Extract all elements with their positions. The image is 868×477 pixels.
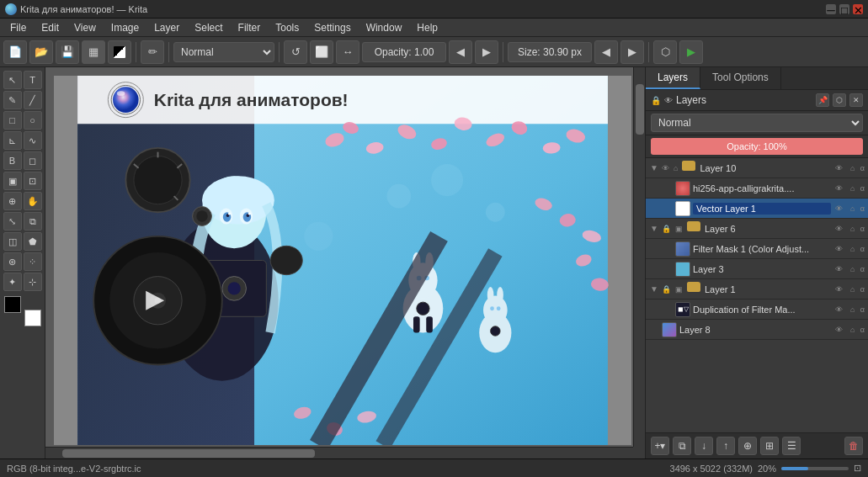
menu-file[interactable]: File xyxy=(3,20,33,35)
fill-tool-button[interactable]: ▣ xyxy=(3,172,22,190)
move-layer-down-button[interactable]: ↓ xyxy=(695,437,713,455)
tab-tool-options[interactable]: Tool Options xyxy=(700,67,781,89)
layer-vis-btn[interactable]: 👁 xyxy=(833,263,845,275)
crop-tool-button[interactable]: ⧉ xyxy=(24,212,42,231)
layer-item-filtermask1[interactable]: Filter Mask 1 (Color Adjust... 👁 ⌂ α xyxy=(646,239,868,259)
menu-help[interactable]: Help xyxy=(410,20,445,35)
menu-view[interactable]: View xyxy=(67,20,103,35)
color-button[interactable] xyxy=(108,40,131,64)
layer-vis-btn[interactable]: 👁 xyxy=(833,284,845,295)
layers-panel-close[interactable]: ✕ xyxy=(849,93,863,107)
close-button[interactable]: ✕ xyxy=(853,4,863,14)
record-start-button[interactable]: ▶ xyxy=(679,40,703,64)
stamp-button[interactable]: ⬡ xyxy=(653,40,677,64)
layer-lock-btn[interactable]: ⌂ xyxy=(847,324,859,336)
open-file-button[interactable]: 📂 xyxy=(29,40,53,64)
layer-lock-btn[interactable]: ⌂ xyxy=(847,183,859,194)
layer-lock-btn[interactable]: ⌂ xyxy=(847,243,859,255)
brush-tool-button[interactable]: B xyxy=(3,151,22,170)
layer-vis-btn[interactable]: 👁 xyxy=(833,223,845,235)
menu-select[interactable]: Select xyxy=(188,20,229,35)
paint-brush-button[interactable]: ✏ xyxy=(141,40,164,64)
smart-patch-button[interactable]: ⊛ xyxy=(3,252,22,271)
transform-button[interactable]: ⬜ xyxy=(310,40,333,64)
tab-layers[interactable]: Layers xyxy=(646,67,700,89)
move-layer-up-button[interactable]: ↑ xyxy=(716,437,735,455)
layer-vis-btn[interactable]: 👁 xyxy=(833,203,845,215)
size-field[interactable]: Size: 30.90 px xyxy=(508,42,592,62)
layer-item-layer8[interactable]: Layer 8 👁 ⌂ α xyxy=(646,320,868,340)
size-down-button[interactable]: ◀ xyxy=(594,40,618,64)
fx-tool-button[interactable]: ✦ xyxy=(3,273,22,291)
add-layer-button[interactable]: +▾ xyxy=(651,437,669,455)
delete-layer-button[interactable]: 🗑 xyxy=(844,437,863,455)
layer-item-layer6[interactable]: ▼ 🔒 ▣ Layer 6 👁 ⌂ α xyxy=(646,219,868,239)
merge-down-button[interactable]: ⊕ xyxy=(738,437,757,455)
opacity-bar[interactable]: Opacity: 100% xyxy=(651,138,863,155)
opacity-down-button[interactable]: ◀ xyxy=(449,40,472,64)
layers-panel-pin[interactable]: 📌 xyxy=(816,93,829,107)
horizontal-scroll-thumb[interactable] xyxy=(62,449,315,458)
layers-panel-float[interactable]: ⬡ xyxy=(833,93,846,107)
canvas-area[interactable]: Krita для аниматоров! xyxy=(45,67,645,458)
minimize-button[interactable]: ─ xyxy=(826,4,836,14)
transform2-tool-button[interactable]: ⤡ xyxy=(3,212,22,231)
menu-layer[interactable]: Layer xyxy=(147,20,186,35)
menu-settings[interactable]: Settings xyxy=(307,20,357,35)
layer-vis-btn[interactable]: 👁 xyxy=(833,162,845,174)
layer-vis-btn[interactable]: 👁 xyxy=(833,243,845,255)
menu-tools[interactable]: Tools xyxy=(269,20,306,35)
vertical-scrollbar[interactable] xyxy=(633,67,645,447)
size-up-button[interactable]: ▶ xyxy=(620,40,644,64)
select-tool-button[interactable]: ↖ xyxy=(3,71,22,89)
layer-lock-btn[interactable]: ⌂ xyxy=(847,284,859,295)
horizontal-scrollbar[interactable] xyxy=(45,447,633,458)
layer-lock-btn[interactable]: ⌂ xyxy=(847,304,859,315)
menu-window[interactable]: Window xyxy=(359,20,409,35)
path-tool-button[interactable]: ⊾ xyxy=(3,131,22,150)
ellipse-tool-button[interactable]: ○ xyxy=(24,111,42,130)
eraser-tool-button[interactable]: ◻ xyxy=(24,151,42,170)
layers-list[interactable]: ▼ 👁 ⌂ Layer 10 👁 ⌂ α hi256-a xyxy=(646,158,868,432)
freehand-tool-button[interactable]: ∿ xyxy=(24,131,42,150)
blend-mode-select[interactable]: Normal xyxy=(173,42,274,62)
layer-vis-btn[interactable]: 👁 xyxy=(833,183,845,194)
layer-vis-btn[interactable]: 👁 xyxy=(833,304,845,315)
copy-layer-button[interactable]: ⧉ xyxy=(673,437,691,455)
menu-filter[interactable]: Filter xyxy=(232,20,268,35)
vertical-scroll-thumb[interactable] xyxy=(636,84,644,135)
multi-brush-button[interactable]: ⁘ xyxy=(24,252,42,271)
flatten-button[interactable]: ⊞ xyxy=(760,437,779,455)
layers-blend-mode-select[interactable]: Normal xyxy=(651,114,863,132)
new-file-button[interactable]: 📄 xyxy=(3,40,27,64)
line-tool-button[interactable]: ╱ xyxy=(24,91,42,109)
menu-edit[interactable]: Edit xyxy=(35,20,66,35)
layer-item-hi256[interactable]: hi256-app-calligrakrita.... 👁 ⌂ α xyxy=(646,178,868,199)
menu-image[interactable]: Image xyxy=(104,20,146,35)
layer-item-layer1[interactable]: ▼ 🔒 ▣ Layer 1 👁 ⌂ α xyxy=(646,279,868,299)
brush-preset-button[interactable]: ▦ xyxy=(82,40,105,64)
foreground-color[interactable] xyxy=(4,296,21,313)
opacity-field[interactable]: Opacity: 1.00 xyxy=(362,42,446,62)
layer-lock-btn[interactable]: ⌂ xyxy=(847,203,859,215)
pan-tool-button[interactable]: ✋ xyxy=(24,192,42,210)
layer-item-dupfiltermask[interactable]: ◼▽ Duplication of Filter Ma... 👁 ⌂ α xyxy=(646,299,868,320)
maximize-button[interactable]: □ xyxy=(839,4,849,14)
opacity-up-button[interactable]: ▶ xyxy=(475,40,498,64)
layer-item-layer10[interactable]: ▼ 👁 ⌂ Layer 10 👁 ⌂ α xyxy=(646,158,868,178)
layer-lock-btn[interactable]: ⌂ xyxy=(847,162,859,174)
paint-tool-button[interactable]: ✎ xyxy=(3,91,22,109)
assistant-tool-button[interactable]: ⊹ xyxy=(24,273,42,291)
layer-item-vector1[interactable]: Vector Layer 1 👁 ⌂ α xyxy=(646,199,868,219)
reset-button[interactable]: ↺ xyxy=(284,40,307,64)
gradient-tool-button[interactable]: ◫ xyxy=(3,232,22,251)
save-file-button[interactable]: 💾 xyxy=(56,40,79,64)
layer-item-layer3[interactable]: Layer 3 👁 ⌂ α xyxy=(646,259,868,279)
mirror-button[interactable]: ↔ xyxy=(336,40,359,64)
rect-tool-button[interactable]: □ xyxy=(3,111,22,130)
layer-vis-btn[interactable]: 👁 xyxy=(833,324,845,336)
eyedrop-tool-button[interactable]: ⊡ xyxy=(24,172,42,190)
zoom-tool-button[interactable]: ⊕ xyxy=(3,192,22,210)
layer-options-button[interactable]: ☰ xyxy=(782,437,801,455)
color-tool-button[interactable]: ⬟ xyxy=(24,232,42,251)
